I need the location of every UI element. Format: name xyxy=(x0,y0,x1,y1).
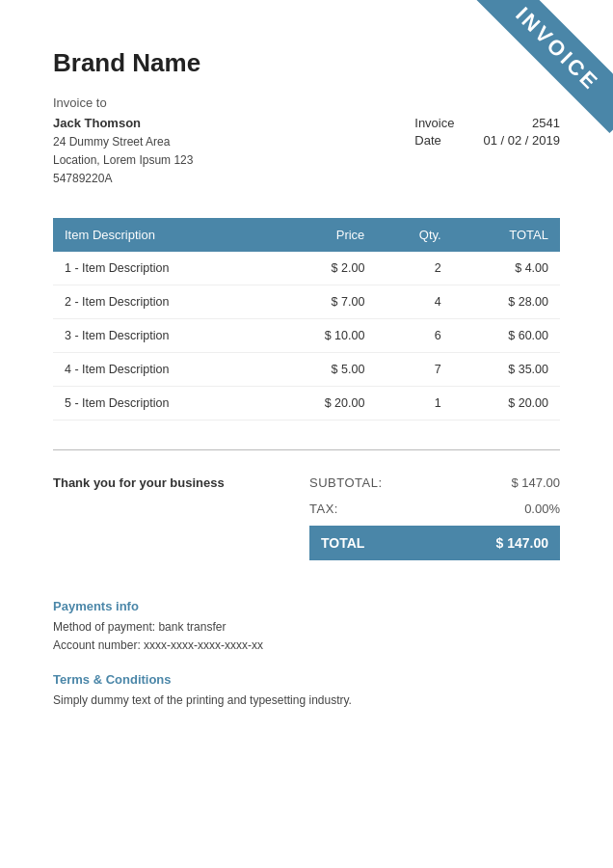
row-total: $ 60.00 xyxy=(453,318,560,352)
ribbon-text: INVOICE xyxy=(473,0,613,133)
client-address-line2: Location, Lorem Ipsum 123 xyxy=(53,153,193,167)
row-price: $ 20.00 xyxy=(269,386,376,420)
row-price: $ 2.00 xyxy=(269,252,376,285)
invoice-page: INVOICE Brand Name Invoice to Jack Thoms… xyxy=(0,0,613,868)
row-total: $ 35.00 xyxy=(453,352,560,386)
items-table: Item Description Price Qty. TOTAL 1 - It… xyxy=(53,218,560,420)
row-qty: 4 xyxy=(376,285,452,318)
row-description: 5 - Item Description xyxy=(53,386,269,420)
invoice-ribbon: INVOICE xyxy=(459,0,613,154)
terms-text: Simply dummy text of the printing and ty… xyxy=(53,692,560,710)
col-header-description: Item Description xyxy=(53,218,269,252)
table-row: 5 - Item Description $ 20.00 1 $ 20.00 xyxy=(53,386,560,420)
row-qty: 7 xyxy=(376,352,452,386)
col-header-total: TOTAL xyxy=(453,218,560,252)
row-total: $ 20.00 xyxy=(453,386,560,420)
row-description: 1 - Item Description xyxy=(53,252,269,285)
row-price: $ 5.00 xyxy=(269,352,376,386)
date-label: Date xyxy=(414,133,454,148)
row-qty: 6 xyxy=(376,318,452,352)
tax-value: 0.00% xyxy=(524,502,560,516)
footer-section: Thank you for your business SUBTOTAL: $ … xyxy=(53,470,560,560)
total-value: $ 147.00 xyxy=(496,535,549,551)
client-address-line3: 54789220A xyxy=(53,172,112,185)
client-name: Jack Thomson xyxy=(53,116,306,130)
row-total: $ 28.00 xyxy=(453,285,560,318)
total-label: TOTAL xyxy=(321,535,364,551)
table-row: 4 - Item Description $ 5.00 7 $ 35.00 xyxy=(53,352,560,386)
row-description: 4 - Item Description xyxy=(53,352,269,386)
total-final-row: TOTAL $ 147.00 xyxy=(309,526,560,560)
thank-you-text: Thank you for your business xyxy=(53,470,309,490)
terms-title: Terms & Conditions xyxy=(53,672,560,687)
tax-label: TAX: xyxy=(309,502,338,516)
row-qty: 1 xyxy=(376,386,452,420)
table-header-row: Item Description Price Qty. TOTAL xyxy=(53,218,560,252)
payments-title: Payments info xyxy=(53,599,560,613)
row-total: $ 4.00 xyxy=(453,252,560,285)
invoice-label: Invoice xyxy=(414,116,454,130)
client-address: 24 Dummy Street Area Location, Lorem Ips… xyxy=(53,133,306,189)
table-row: 3 - Item Description $ 10.00 6 $ 60.00 xyxy=(53,318,560,352)
totals-box: SUBTOTAL: $ 147.00 TAX: 0.00% TOTAL $ 14… xyxy=(309,470,560,560)
row-price: $ 10.00 xyxy=(269,318,376,352)
table-row: 2 - Item Description $ 7.00 4 $ 28.00 xyxy=(53,285,560,318)
subtotal-value: $ 147.00 xyxy=(511,475,560,490)
row-price: $ 7.00 xyxy=(269,285,376,318)
payments-line-1: Method of payment: bank transfer xyxy=(53,620,226,634)
section-divider xyxy=(53,449,560,450)
table-row: 1 - Item Description $ 2.00 2 $ 4.00 xyxy=(53,252,560,285)
subtotal-label: SUBTOTAL: xyxy=(309,475,383,490)
row-description: 2 - Item Description xyxy=(53,285,269,318)
col-header-price: Price xyxy=(269,218,376,252)
client-address-line1: 24 Dummy Street Area xyxy=(53,135,170,149)
col-header-qty: Qty. xyxy=(376,218,452,252)
payments-text: Method of payment: bank transfer Account… xyxy=(53,618,560,655)
subtotal-row: SUBTOTAL: $ 147.00 xyxy=(309,470,560,496)
tax-row: TAX: 0.00% xyxy=(309,496,560,522)
client-info: Jack Thomson 24 Dummy Street Area Locati… xyxy=(53,116,306,189)
row-qty: 2 xyxy=(376,252,452,285)
payments-section: Payments info Method of payment: bank tr… xyxy=(53,599,560,711)
payments-line-2: Account number: xxxx-xxxx-xxxx-xxxx-xx xyxy=(53,638,263,652)
row-description: 3 - Item Description xyxy=(53,318,269,352)
